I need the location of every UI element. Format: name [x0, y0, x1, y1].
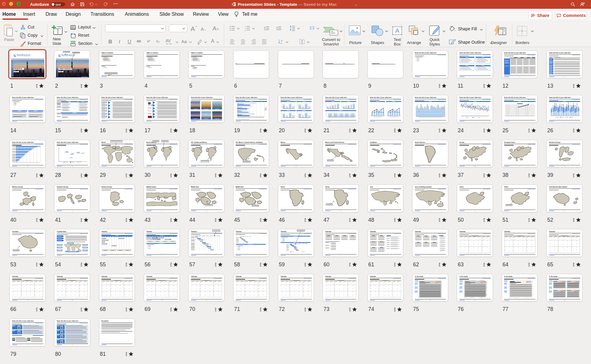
svg-text:P: P [232, 3, 233, 6]
svg-text:2: 2 [245, 28, 246, 29]
svg-text:A: A [281, 39, 282, 42]
svg-text:3: 3 [245, 30, 246, 31]
svg-text:1: 1 [245, 25, 246, 27]
svg-text:A: A [395, 27, 399, 34]
